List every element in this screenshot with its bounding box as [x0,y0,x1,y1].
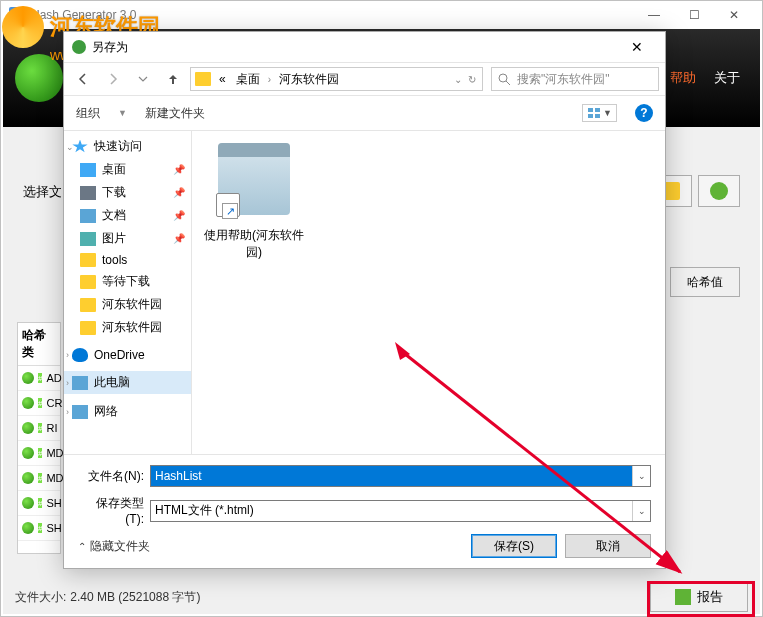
tree-network[interactable]: ›网络 [64,400,191,423]
hash-row[interactable]: #MD [18,441,60,466]
organize-menu[interactable]: 组织 [76,105,100,122]
help-button[interactable]: ? [635,104,653,122]
hash-value-button[interactable]: 哈希值 [670,267,740,297]
hide-folders-toggle[interactable]: ⌃隐藏文件夹 [78,538,150,555]
svg-rect-4 [588,114,593,118]
app-icon [9,7,25,23]
filetype-dropdown[interactable]: ⌄ [632,501,650,521]
tree-hedong2[interactable]: 河东软件园 [64,316,191,339]
tree-this-pc[interactable]: ›此电脑 [64,371,191,394]
status-label: 文件大小: [15,589,66,606]
app-title: Hash Generator 3.0 [31,8,136,22]
hash-row[interactable]: #AD [18,366,60,391]
nav-tree: ⌄快速访问 桌面📌 下载📌 文档📌 图片📌 tools 等待下载 河东软件园 河… [64,131,192,454]
refresh-button[interactable] [698,175,740,207]
dialog-bottom-panel: 文件名(N): ⌄ 保存类型(T): ⌄ ⌃隐藏文件夹 保存(S) 取消 [64,454,665,568]
search-icon [498,73,511,86]
dialog-nav-bar: « 桌面 › 河东软件园 ⌄ ↻ 搜索"河东软件园" [64,62,665,96]
tree-wait-download[interactable]: 等待下载 [64,270,191,293]
hash-row[interactable]: #MD [18,466,60,491]
dialog-titlebar: 另存为 ✕ [64,32,665,62]
filetype-label: 保存类型(T): [78,495,150,526]
hash-row[interactable]: #CR [18,391,60,416]
filename-label: 文件名(N): [78,468,150,485]
dialog-body: ⌄快速访问 桌面📌 下载📌 文档📌 图片📌 tools 等待下载 河东软件园 河… [64,130,665,454]
nav-back-button[interactable] [70,67,96,91]
breadcrumb[interactable]: « 桌面 › 河东软件园 ⌄ ↻ [190,67,483,91]
status-value: 2.40 MB (2521088 字节) [70,589,200,606]
save-as-dialog: 另存为 ✕ « 桌面 › 河东软件园 ⌄ ↻ 搜索"河东软件园" 组织 ▼ 新建… [63,31,666,569]
folder-icon [195,72,211,86]
svg-rect-5 [595,114,600,118]
select-file-label: 选择文 [23,183,62,201]
dialog-toolbar: 组织 ▼ 新建文件夹 ▼ ? [64,96,665,130]
hash-row[interactable]: #SH [18,516,60,541]
maximize-button[interactable]: ☐ [674,1,714,29]
nav-recent-button[interactable] [130,67,156,91]
tree-desktop[interactable]: 桌面📌 [64,158,191,181]
minimize-button[interactable]: — [634,1,674,29]
svg-rect-3 [595,108,600,112]
svg-rect-2 [588,108,593,112]
view-mode-button[interactable]: ▼ [582,104,617,122]
filetype-select-wrap: ⌄ [150,500,651,522]
breadcrumb-prefix: « [215,70,230,88]
nav-forward-button[interactable] [100,67,126,91]
svg-point-0 [499,74,507,82]
file-item-name: 使用帮助(河东软件园) [204,227,304,261]
filename-input-wrap: ⌄ [150,465,651,487]
main-titlebar: Hash Generator 3.0 — ☐ ✕ [1,1,762,29]
svg-line-1 [506,81,510,85]
breadcrumb-seg[interactable]: 桌面 [232,69,264,90]
hash-row[interactable]: #RI [18,416,60,441]
tree-documents[interactable]: 文档📌 [64,204,191,227]
save-button[interactable]: 保存(S) [471,534,557,558]
filetype-select[interactable] [151,501,632,521]
report-icon [675,589,691,605]
dialog-icon [72,40,86,54]
tree-tools[interactable]: tools [64,250,191,270]
status-bar: 文件大小: 2.40 MB (2521088 字节) [15,584,748,610]
chevron-right-icon: › [266,74,273,85]
tree-hedong1[interactable]: 河东软件园 [64,293,191,316]
file-list-area[interactable]: ↗ 使用帮助(河东软件园) [192,131,665,454]
help-menu[interactable]: 帮助 [670,69,696,87]
tree-onedrive[interactable]: ›OneDrive [64,345,191,365]
filename-input[interactable] [151,466,632,486]
hash-type-header: 哈希类 [18,323,60,366]
app-logo-orb [15,54,63,102]
dialog-title: 另存为 [92,39,128,56]
search-input[interactable]: 搜索"河东软件园" [491,67,659,91]
shortcut-arrow-icon: ↗ [222,203,238,219]
tree-quick-access[interactable]: ⌄快速访问 [64,135,191,158]
hash-row[interactable]: #SH [18,491,60,516]
cancel-button[interactable]: 取消 [565,534,651,558]
nav-up-button[interactable] [160,67,186,91]
breadcrumb-seg[interactable]: 河东软件园 [275,69,343,90]
new-folder-button[interactable]: 新建文件夹 [145,105,205,122]
hash-type-panel: 哈希类 #AD #CR #RI #MD #MD #SH #SH [17,322,61,554]
dialog-close-button[interactable]: ✕ [617,32,657,62]
file-item[interactable]: ↗ 使用帮助(河东软件园) [204,143,304,261]
about-menu[interactable]: 关于 [714,69,740,87]
filename-dropdown[interactable]: ⌄ [632,466,650,486]
close-button[interactable]: ✕ [714,1,754,29]
breadcrumb-dropdown[interactable]: ⌄ [452,74,464,85]
breadcrumb-refresh[interactable]: ↻ [466,74,478,85]
report-button[interactable]: 报告 [650,582,748,612]
tree-downloads[interactable]: 下载📌 [64,181,191,204]
tree-pictures[interactable]: 图片📌 [64,227,191,250]
